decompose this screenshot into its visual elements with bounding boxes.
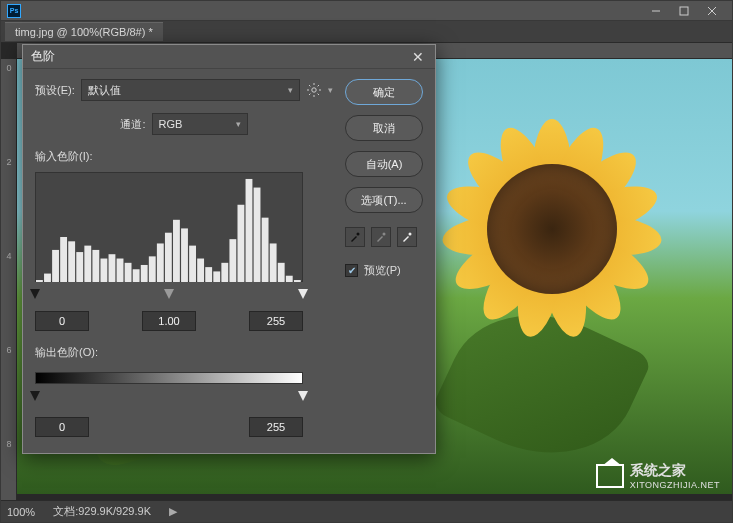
app-titlebar[interactable]: Ps bbox=[1, 1, 732, 21]
svg-rect-34 bbox=[205, 267, 212, 282]
svg-rect-41 bbox=[262, 218, 269, 283]
svg-rect-29 bbox=[165, 233, 172, 282]
svg-rect-44 bbox=[286, 276, 293, 282]
svg-point-48 bbox=[409, 233, 412, 236]
svg-rect-28 bbox=[157, 243, 164, 282]
document-info[interactable]: 文档:929.9K/929.9K bbox=[53, 504, 151, 519]
watermark-bottom-right: 系统之家 XITONGZHIJIA.NET bbox=[596, 462, 720, 490]
histogram bbox=[35, 172, 303, 282]
minimize-button[interactable] bbox=[642, 1, 670, 21]
input-slider-track[interactable] bbox=[35, 289, 303, 301]
input-black-field[interactable] bbox=[35, 311, 89, 331]
ruler-mark: 2 bbox=[1, 157, 17, 167]
svg-rect-22 bbox=[109, 254, 116, 282]
svg-rect-42 bbox=[270, 243, 277, 282]
document-tab[interactable]: timg.jpg @ 100%(RGB/8#) * bbox=[5, 22, 163, 41]
preset-value: 默认值 bbox=[88, 83, 121, 98]
input-white-slider[interactable] bbox=[298, 289, 308, 299]
svg-line-9 bbox=[309, 85, 310, 86]
svg-rect-21 bbox=[100, 259, 107, 283]
ruler-mark: 6 bbox=[1, 345, 17, 355]
preset-label: 预设(E): bbox=[35, 83, 75, 98]
chevron-down-icon: ▾ bbox=[328, 85, 333, 95]
output-black-slider[interactable] bbox=[30, 391, 40, 401]
output-black-field[interactable] bbox=[35, 417, 89, 437]
svg-line-10 bbox=[318, 94, 319, 95]
svg-rect-37 bbox=[229, 239, 236, 282]
svg-rect-32 bbox=[189, 246, 196, 283]
dialog-title: 色阶 bbox=[31, 48, 409, 65]
svg-rect-43 bbox=[278, 263, 285, 282]
channel-select[interactable]: RGB ▾ bbox=[152, 113, 248, 135]
output-levels-label: 输出色阶(O): bbox=[35, 345, 333, 360]
ruler-mark: 0 bbox=[1, 63, 17, 73]
svg-rect-20 bbox=[92, 250, 99, 282]
svg-rect-1 bbox=[680, 7, 688, 15]
close-button[interactable] bbox=[698, 1, 726, 21]
app-window: Ps timg.jpg @ 100%(RGB/8#) * 0 2 4 6 8 bbox=[0, 0, 733, 523]
preview-checkbox[interactable]: ✔ bbox=[345, 264, 358, 277]
ruler-vertical[interactable]: 0 2 4 6 8 bbox=[1, 59, 17, 522]
input-black-slider[interactable] bbox=[30, 289, 40, 299]
svg-rect-39 bbox=[246, 179, 253, 282]
watermark-logo-icon bbox=[596, 464, 624, 488]
svg-rect-45 bbox=[294, 280, 301, 282]
eyedropper-black-button[interactable] bbox=[345, 227, 365, 247]
svg-rect-33 bbox=[197, 259, 204, 283]
svg-line-12 bbox=[318, 85, 319, 86]
svg-rect-16 bbox=[60, 237, 67, 282]
auto-button[interactable]: 自动(A) bbox=[345, 151, 423, 177]
svg-rect-31 bbox=[181, 228, 188, 282]
svg-point-4 bbox=[312, 88, 316, 92]
preset-menu-button[interactable] bbox=[306, 82, 322, 98]
eyedropper-gray-button[interactable] bbox=[371, 227, 391, 247]
output-white-field[interactable] bbox=[249, 417, 303, 437]
svg-rect-19 bbox=[84, 246, 91, 283]
ruler-mark: 8 bbox=[1, 439, 17, 449]
input-gamma-slider[interactable] bbox=[164, 289, 174, 299]
svg-rect-17 bbox=[68, 241, 75, 282]
input-gamma-field[interactable] bbox=[142, 311, 196, 331]
levels-dialog: 色阶 ✕ 预设(E): 默认值 ▾ ▾ 通道: bbox=[22, 44, 436, 454]
svg-rect-38 bbox=[237, 205, 244, 282]
maximize-button[interactable] bbox=[670, 1, 698, 21]
output-slider-track[interactable] bbox=[35, 391, 303, 403]
status-bar: 100% 文档:929.9K/929.9K ▶ bbox=[1, 500, 732, 522]
svg-rect-15 bbox=[52, 250, 59, 282]
svg-point-47 bbox=[383, 233, 386, 236]
chevron-down-icon: ▾ bbox=[288, 85, 293, 95]
svg-rect-36 bbox=[221, 263, 228, 282]
dialog-close-button[interactable]: ✕ bbox=[409, 48, 427, 66]
dialog-titlebar[interactable]: 色阶 ✕ bbox=[23, 45, 435, 69]
channel-value: RGB bbox=[159, 118, 183, 130]
svg-rect-35 bbox=[213, 271, 220, 282]
svg-rect-30 bbox=[173, 220, 180, 282]
ok-button[interactable]: 确定 bbox=[345, 79, 423, 105]
svg-rect-14 bbox=[44, 274, 51, 283]
channel-label: 通道: bbox=[120, 117, 145, 132]
options-button[interactable]: 选项(T)... bbox=[345, 187, 423, 213]
output-gradient bbox=[35, 372, 303, 384]
watermark-brand-en: XITONGZHIJIA.NET bbox=[630, 480, 720, 490]
output-white-slider[interactable] bbox=[298, 391, 308, 401]
svg-rect-24 bbox=[125, 263, 132, 282]
svg-line-11 bbox=[309, 94, 310, 95]
cancel-button[interactable]: 取消 bbox=[345, 115, 423, 141]
svg-rect-18 bbox=[76, 252, 83, 282]
eyedropper-white-button[interactable] bbox=[397, 227, 417, 247]
status-arrow-icon[interactable]: ▶ bbox=[169, 505, 177, 518]
preview-label: 预览(P) bbox=[364, 263, 401, 278]
svg-rect-40 bbox=[254, 188, 261, 283]
svg-rect-13 bbox=[36, 280, 43, 282]
svg-rect-23 bbox=[117, 259, 124, 283]
preset-select[interactable]: 默认值 ▾ bbox=[81, 79, 300, 101]
svg-rect-26 bbox=[141, 265, 148, 282]
ruler-mark: 4 bbox=[1, 251, 17, 261]
watermark-brand-cn: 系统之家 bbox=[630, 462, 720, 480]
document-tab-bar: timg.jpg @ 100%(RGB/8#) * bbox=[1, 21, 732, 43]
window-controls bbox=[642, 1, 726, 21]
svg-rect-27 bbox=[149, 256, 156, 282]
input-white-field[interactable] bbox=[249, 311, 303, 331]
zoom-level[interactable]: 100% bbox=[7, 506, 35, 518]
chevron-down-icon: ▾ bbox=[236, 119, 241, 129]
